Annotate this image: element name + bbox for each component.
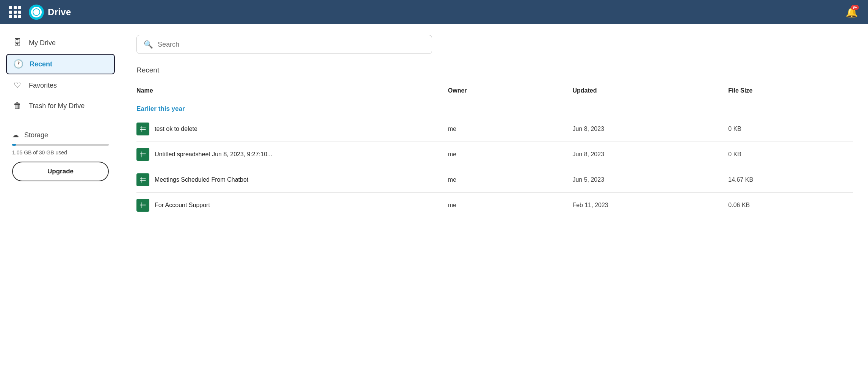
file-updated: Jun 8, 2023 [572, 151, 728, 158]
upgrade-button[interactable]: Upgrade [12, 162, 109, 181]
col-header-updated: Updated [572, 87, 728, 94]
sidebar-item-label: Trash for My Drive [29, 102, 85, 110]
recent-icon: 🕐 [13, 59, 24, 69]
table-header: Name Owner Updated File Size [136, 83, 853, 98]
file-owner: me [448, 176, 573, 183]
file-updated: Feb 11, 2023 [572, 202, 728, 209]
file-list: test ok to delete me Jun 8, 2023 0 KB Un… [136, 116, 853, 218]
storage-bar-background [12, 144, 109, 146]
col-header-filesize: File Size [728, 87, 853, 94]
search-input[interactable] [158, 41, 425, 49]
svg-rect-12 [140, 203, 146, 208]
file-name: Untitled spreadsheet Jun 8, 2023, 9:27:1… [155, 151, 272, 158]
svg-rect-8 [140, 177, 146, 183]
sidebar-item-recent[interactable]: 🕐 Recent [6, 54, 115, 74]
section-title: Recent [136, 66, 853, 74]
favorites-icon: ♡ [12, 80, 23, 90]
notification-bell[interactable]: 🔔 9+ [844, 5, 859, 19]
table-row[interactable]: Meetings Scheduled From Chatbot me Jun 5… [136, 167, 853, 193]
logo-icon [29, 5, 44, 20]
spreadsheet-icon [136, 173, 149, 186]
sidebar-item-label: My Drive [29, 39, 56, 47]
app-header: Drive 🔔 9+ [0, 0, 868, 24]
file-size: 14.67 KB [728, 176, 853, 183]
file-owner: me [448, 126, 573, 132]
file-name: For Account Support [155, 202, 210, 209]
file-owner: me [448, 151, 573, 158]
storage-bar-fill [12, 144, 16, 146]
app-title: Drive [48, 7, 71, 17]
app-logo: Drive [29, 5, 71, 20]
sidebar: 🗄 My Drive 🕐 Recent ♡ Favorites 🗑 Trash … [0, 24, 121, 371]
notification-badge: 9+ [851, 5, 859, 10]
spreadsheet-icon [136, 148, 149, 161]
file-updated: Jun 8, 2023 [572, 126, 728, 132]
col-header-name: Name [136, 87, 448, 94]
file-cell: For Account Support [136, 199, 448, 212]
table-row[interactable]: Untitled spreadsheet Jun 8, 2023, 9:27:1… [136, 142, 853, 167]
file-name: test ok to delete [155, 126, 197, 132]
file-size: 0 KB [728, 126, 853, 132]
storage-label-text: Storage [24, 131, 48, 139]
file-name: Meetings Scheduled From Chatbot [155, 176, 248, 183]
main-content: 🔍 Recent Name Owner Updated File Size Ea… [121, 24, 868, 371]
storage-section: ☁ Storage 1.05 GB of 30 GB used Upgrade [6, 125, 115, 187]
storage-used-text: 1.05 GB of 30 GB used [12, 149, 109, 156]
sidebar-item-label: Favorites [29, 82, 57, 90]
svg-rect-0 [140, 126, 146, 132]
file-cell: Untitled spreadsheet Jun 8, 2023, 9:27:1… [136, 148, 448, 161]
cloud-icon: ☁ [12, 131, 19, 139]
file-updated: Jun 5, 2023 [572, 176, 728, 183]
spreadsheet-icon [136, 199, 149, 212]
group-label: Earlier this year [136, 98, 853, 116]
sidebar-item-label: Recent [30, 60, 52, 68]
sidebar-divider [6, 120, 115, 120]
storage-label-row: ☁ Storage [12, 131, 109, 139]
col-header-owner: Owner [448, 87, 573, 94]
trash-icon: 🗑 [12, 101, 23, 111]
svg-rect-4 [140, 152, 146, 157]
table-row[interactable]: test ok to delete me Jun 8, 2023 0 KB [136, 116, 853, 142]
grid-menu-icon[interactable] [9, 6, 21, 18]
spreadsheet-icon [136, 123, 149, 135]
file-cell: Meetings Scheduled From Chatbot [136, 173, 448, 186]
search-icon: 🔍 [144, 40, 153, 49]
file-size: 0.06 KB [728, 202, 853, 209]
file-owner: me [448, 202, 573, 209]
sidebar-item-trash[interactable]: 🗑 Trash for My Drive [6, 96, 115, 115]
sidebar-item-favorites[interactable]: ♡ Favorites [6, 76, 115, 95]
file-cell: test ok to delete [136, 123, 448, 135]
sidebar-item-my-drive[interactable]: 🗄 My Drive [6, 33, 115, 52]
search-bar[interactable]: 🔍 [136, 35, 432, 54]
table-row[interactable]: For Account Support me Feb 11, 2023 0.06… [136, 193, 853, 218]
drive-icon: 🗄 [12, 38, 23, 48]
file-size: 0 KB [728, 151, 853, 158]
